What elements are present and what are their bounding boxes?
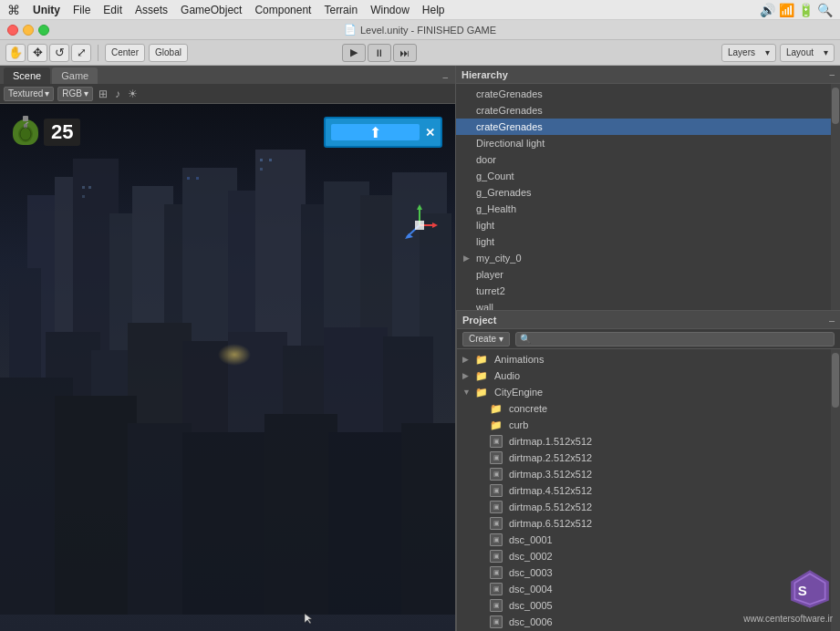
layout-dropdown[interactable]: Layout▾ [780, 44, 835, 62]
project-list-item[interactable]: 📁curb [457, 417, 831, 433]
city-svg [0, 104, 455, 615]
hierarchy-item-label: Directional light [476, 138, 544, 149]
project-search[interactable] [515, 332, 835, 347]
hierarchy-list-item[interactable]: g_Count [456, 168, 831, 184]
hierarchy-list-item[interactable]: ▶my_city_0 [456, 250, 831, 266]
project-item-label: CityEngine [494, 387, 543, 398]
menu-help[interactable]: Help [422, 4, 445, 16]
menu-edit[interactable]: Edit [103, 4, 122, 16]
project-list-item[interactable]: ▶📁Audio [457, 367, 831, 384]
scene-panel-close[interactable]: – [439, 70, 451, 84]
hierarchy-list-item[interactable]: turret2 [456, 283, 831, 299]
hierarchy-item-label: crateGrenades [476, 105, 543, 116]
project-item-label: Animations [494, 354, 544, 365]
expand-arrow: ▶ [462, 355, 472, 364]
folder-icon: 📁 [475, 370, 488, 382]
global-button[interactable]: Global [149, 44, 188, 62]
step-button[interactable]: ⏭ [393, 44, 417, 62]
project-list-item[interactable]: ▣dirtmap.3.512x512 [457, 466, 831, 482]
project-item-label: dsc_0001 [509, 534, 553, 545]
pause-button[interactable]: ⏸ [368, 44, 391, 62]
project-title: Project [462, 315, 496, 326]
svg-rect-24 [88, 186, 91, 189]
project-minimize[interactable]: – [829, 315, 835, 326]
minimize-button[interactable] [23, 25, 34, 36]
hierarchy-list-item[interactable]: door [456, 151, 831, 168]
tab-game[interactable]: Game [52, 67, 98, 84]
project-list-item[interactable]: ▣dsc_0001 [457, 532, 831, 548]
menu-terrain[interactable]: Terrain [324, 4, 358, 16]
tab-scene[interactable]: Scene [4, 67, 50, 84]
hierarchy-list-item[interactable]: crateGrenades [456, 86, 831, 102]
svg-rect-25 [82, 195, 85, 198]
scale-tool[interactable]: ⤢ [71, 44, 91, 62]
menu-window[interactable]: Window [370, 4, 410, 16]
project-list-item[interactable]: ▼📁CityEngine [457, 384, 831, 400]
project-list-item[interactable]: ▣dirtmap.4.512x512 [457, 482, 831, 499]
hierarchy-item-label: light [476, 236, 494, 247]
rotate-tool[interactable]: ↺ [49, 44, 69, 62]
layers-layout: Layers▾ Layout▾ [721, 44, 835, 62]
hierarchy-list-item[interactable]: crateGrenades [456, 102, 831, 119]
2d-icon[interactable]: ⊞ [97, 88, 109, 100]
menu-file[interactable]: File [73, 4, 90, 16]
hierarchy-list-item[interactable]: Directional light [456, 135, 831, 151]
sun-icon[interactable]: ☀ [126, 88, 140, 100]
menu-bar: ⌘ Unity File Edit Assets GameObject Comp… [0, 0, 840, 20]
menu-component[interactable]: Component [254, 4, 311, 16]
project-list-item[interactable]: ▣dirtmap.1.512x512 [457, 433, 831, 450]
file-icon: ▣ [490, 517, 503, 530]
menu-assets[interactable]: Assets [135, 4, 168, 16]
textured-btn[interactable]: Textured ▾ [4, 87, 54, 101]
svg-rect-27 [196, 177, 199, 180]
menu-gameobject[interactable]: GameObject [181, 4, 242, 16]
project-item-label: dirtmap.5.512x512 [509, 502, 592, 512]
hierarchy-item-label: g_Health [476, 203, 516, 214]
window-title: 📄 Level.unity - FINISHED GAME [344, 24, 496, 36]
file-icon: ▣ [490, 435, 503, 448]
svg-text:S: S [798, 583, 807, 598]
file-icon: ▣ [490, 484, 503, 497]
menu-unity[interactable]: Unity [33, 4, 60, 16]
layers-dropdown[interactable]: Layers▾ [721, 44, 776, 62]
watermark-logo: S [787, 566, 833, 612]
maximize-button[interactable] [38, 25, 49, 36]
create-button[interactable]: Create ▾ [462, 332, 510, 347]
health-arrow-icon: ⬆ [369, 124, 381, 141]
svg-rect-28 [260, 159, 263, 161]
audio-icon[interactable]: ♪ [113, 88, 122, 100]
svg-rect-39 [182, 432, 274, 615]
hierarchy-list-item[interactable]: g_Grenades [456, 184, 831, 201]
project-list-item[interactable]: 📁concrete [457, 400, 831, 417]
project-item-label: Audio [494, 370, 520, 381]
health-close-icon[interactable]: ✕ [425, 126, 435, 140]
svg-rect-53 [415, 221, 424, 230]
project-list-item[interactable]: ▶📁Animations [457, 351, 831, 367]
rgb-btn[interactable]: RGB ▾ [57, 87, 93, 101]
hierarchy-list-item[interactable]: crateGrenades [456, 119, 831, 135]
hierarchy-minimize[interactable]: – [829, 69, 835, 79]
center-button[interactable]: Center [105, 44, 145, 62]
close-button[interactable] [7, 25, 18, 36]
title-bar: 📄 Level.unity - FINISHED GAME [0, 20, 840, 40]
hand-tool[interactable]: ✋ [5, 44, 26, 62]
play-button[interactable]: ▶ [342, 44, 366, 62]
separator-1 [98, 45, 99, 61]
svg-marker-50 [432, 222, 438, 228]
move-tool[interactable]: ✥ [27, 44, 47, 62]
hierarchy-list-item[interactable]: player [456, 266, 831, 283]
project-list-item[interactable]: ▣dirtmap.6.512x512 [457, 515, 831, 532]
folder-icon: 📁 [475, 354, 488, 366]
project-list-item[interactable]: ▣dirtmap.5.512x512 [457, 499, 831, 515]
project-item-label: dirtmap.3.512x512 [509, 469, 592, 480]
traffic-lights [7, 25, 49, 36]
project-list-item[interactable]: ▣dsc_0002 [457, 548, 831, 564]
hierarchy-list-item[interactable]: g_Health [456, 201, 831, 217]
hierarchy-list-item[interactable]: light [456, 233, 831, 250]
project-list-item[interactable]: ▣dirtmap.2.512x512 [457, 450, 831, 466]
hierarchy-list-item[interactable]: light [456, 217, 831, 233]
move-gizmo[interactable] [401, 202, 438, 248]
file-icon: ▣ [490, 599, 503, 612]
apple-menu[interactable]: ⌘ [7, 3, 20, 17]
hud-health: ⬆ ✕ [324, 117, 442, 148]
